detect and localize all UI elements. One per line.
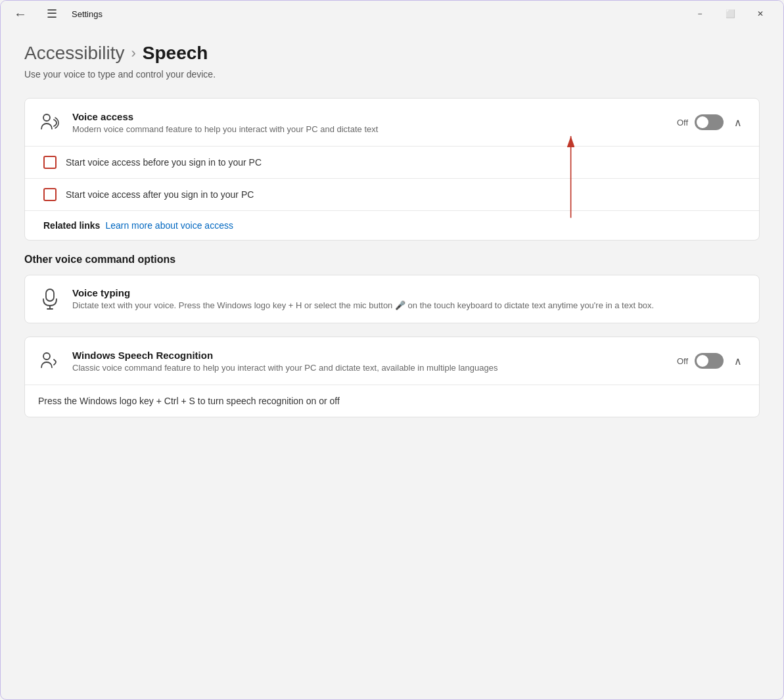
windows-speech-icon <box>38 349 62 373</box>
related-links-row: Related links Learn more about voice acc… <box>25 210 759 240</box>
voice-access-header: Voice access Modern voice command featur… <box>25 99 759 146</box>
windows-speech-subtitle: Classic voice command feature to help yo… <box>72 363 677 373</box>
voice-access-toggle[interactable] <box>695 114 724 130</box>
windows-speech-controls: Off ∧ <box>677 352 746 370</box>
breadcrumb-parent[interactable]: Accessibility <box>24 43 124 64</box>
windows-speech-chevron[interactable]: ∧ <box>730 352 746 370</box>
titlebar-title: Settings <box>72 9 103 19</box>
voice-access-chevron[interactable]: ∧ <box>730 114 746 131</box>
windows-speech-toggle-label: Off <box>677 356 688 366</box>
breadcrumb: Accessibility › Speech <box>24 43 760 64</box>
voice-typing-card: Voice typing Dictate text with your voic… <box>24 275 760 323</box>
breadcrumb-current: Speech <box>143 43 208 64</box>
checkbox-after-signin[interactable] <box>43 188 57 201</box>
voice-access-title: Voice access <box>72 111 677 122</box>
page-description: Use your voice to type and control your … <box>24 69 760 80</box>
voice-access-text: Voice access Modern voice command featur… <box>72 111 677 134</box>
voice-typing-text: Voice typing Dictate text with your voic… <box>72 287 746 310</box>
toggle-knob-2 <box>697 355 708 367</box>
settings-window: ← ☰ Settings − ⬜ ✕ Accessibility › Speec… <box>0 0 784 700</box>
voice-access-card: Voice access Modern voice command featur… <box>24 98 760 241</box>
speech-shortcut-text: Press the Windows logo key + Ctrl + S to… <box>38 396 340 406</box>
voice-access-toggle-label: Off <box>677 118 688 128</box>
voice-access-controls: Off ∧ <box>677 114 746 131</box>
checkbox-before-signin-label: Start voice access before you sign in to… <box>66 157 262 168</box>
main-content: Accessibility › Speech Use your voice to… <box>1 27 783 699</box>
svg-rect-3 <box>46 289 54 301</box>
voice-access-icon <box>38 110 62 134</box>
toggle-knob <box>697 116 708 128</box>
titlebar: ← ☰ Settings − ⬜ ✕ <box>1 1 783 27</box>
voice-access-subtitle: Modern voice command feature to help you… <box>72 124 677 134</box>
checkbox-before-signin[interactable] <box>43 156 57 169</box>
windows-speech-toggle[interactable] <box>695 353 724 369</box>
close-button[interactable]: ✕ <box>745 3 775 24</box>
windows-speech-header: Windows Speech Recognition Classic voice… <box>25 337 759 385</box>
svg-point-2 <box>43 114 50 121</box>
speech-shortcut-row: Press the Windows logo key + Ctrl + S to… <box>25 385 759 417</box>
voice-access-expanded: Start voice access before you sign in to… <box>25 146 759 240</box>
checkbox-row-2: Start voice access after you sign in to … <box>25 179 759 210</box>
titlebar-left: ← ☰ Settings <box>9 4 103 24</box>
back-button[interactable]: ← <box>9 4 32 24</box>
learn-more-voice-access-link[interactable]: Learn more about voice access <box>105 220 233 231</box>
other-section-heading: Other voice command options <box>24 254 760 266</box>
hamburger-button[interactable]: ☰ <box>41 4 62 24</box>
voice-typing-title: Voice typing <box>72 287 746 298</box>
checkbox-after-signin-label: Start voice access after you sign in to … <box>66 189 254 200</box>
checkbox-row-1: Start voice access before you sign in to… <box>25 147 759 179</box>
windows-speech-text: Windows Speech Recognition Classic voice… <box>72 350 677 373</box>
related-links-label: Related links <box>43 220 100 231</box>
windows-speech-card: Windows Speech Recognition Classic voice… <box>24 337 760 417</box>
voice-typing-subtitle: Dictate text with your voice. Press the … <box>72 300 746 310</box>
restore-button[interactable]: ⬜ <box>715 3 745 24</box>
titlebar-controls: − ⬜ ✕ <box>685 3 775 24</box>
minimize-button[interactable]: − <box>685 3 715 24</box>
breadcrumb-separator: › <box>131 45 135 62</box>
voice-typing-row: Voice typing Dictate text with your voic… <box>25 275 759 323</box>
svg-point-6 <box>43 353 50 360</box>
windows-speech-title: Windows Speech Recognition <box>72 350 677 361</box>
voice-typing-icon <box>38 287 62 311</box>
